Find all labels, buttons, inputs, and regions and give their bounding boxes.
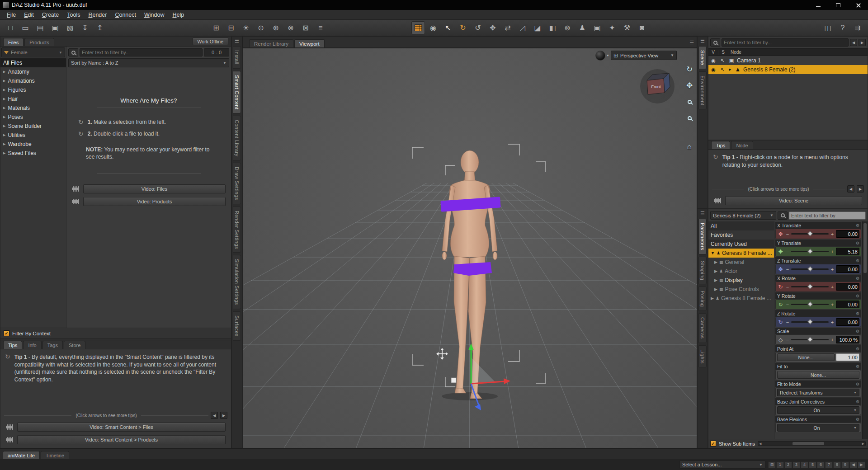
decrement-button[interactable]: − xyxy=(785,284,790,290)
eye-icon[interactable]: ◉ xyxy=(710,67,717,73)
tab-timeline[interactable]: Timeline xyxy=(41,451,69,459)
slider-handle[interactable] xyxy=(807,266,812,271)
expand-icon[interactable]: ▶ xyxy=(711,296,714,301)
open-file-icon[interactable]: ▭ xyxy=(19,21,32,34)
tab-viewport[interactable]: Viewport xyxy=(294,39,325,47)
work-offline-button[interactable]: Work Offline xyxy=(193,38,228,45)
fit-to-none-button[interactable]: None... xyxy=(777,371,859,379)
save-as-icon[interactable]: ▧ xyxy=(63,21,77,34)
pane-menu-icon[interactable]: ☰ xyxy=(689,40,694,46)
video-scene-button[interactable]: Video: Scene xyxy=(725,196,862,205)
slider-track[interactable] xyxy=(791,321,829,323)
new-light-icon[interactable]: ☀ xyxy=(239,21,253,34)
tab-info[interactable]: Info xyxy=(23,341,41,349)
slider-handle[interactable] xyxy=(807,337,812,342)
geometry-editor-tool-icon[interactable]: ◧ xyxy=(546,21,559,34)
scene-filter-input[interactable] xyxy=(722,38,849,47)
group-currently-used[interactable]: Currently Used xyxy=(708,240,774,249)
help-icon[interactable]: ? xyxy=(836,21,849,34)
tab-lights[interactable]: Lights xyxy=(698,345,707,368)
merge-file-icon[interactable]: ▤ xyxy=(33,21,47,34)
smooth-shaded-icon[interactable]: ◉ xyxy=(426,21,440,34)
category-item[interactable]: ▶Poses xyxy=(0,113,66,122)
sort-dropdown[interactable]: Sort by Name : A to Z ▼ xyxy=(68,58,229,67)
figure-pose-tool-icon[interactable]: ♟ xyxy=(576,21,589,34)
minimize-button[interactable] xyxy=(808,0,828,10)
gear-icon[interactable]: ⚙ xyxy=(856,417,859,422)
import-icon[interactable]: ↧ xyxy=(78,21,92,34)
tab-store[interactable]: Store xyxy=(64,341,85,349)
next-button[interactable]: ▶ xyxy=(859,39,866,46)
scene-node-genesis-8-female[interactable]: ◉ ↖ ▶ ♟ Genesis 8 Female (2) xyxy=(708,65,868,74)
category-item[interactable]: ▶Hair xyxy=(0,94,66,103)
slider-track[interactable] xyxy=(791,339,829,340)
show-sub-items-checkbox[interactable] xyxy=(710,441,716,446)
search-button[interactable] xyxy=(778,212,788,220)
render-icon[interactable]: ◙ xyxy=(635,21,649,34)
increment-button[interactable]: + xyxy=(830,284,835,290)
group-favorites[interactable]: Favorites xyxy=(708,230,774,240)
gear-icon[interactable]: ⚙ xyxy=(856,311,859,316)
filter-by-context-checkbox[interactable] xyxy=(4,330,9,336)
category-filter-dropdown[interactable]: Female ▼ xyxy=(1,47,65,57)
tab-content-library[interactable]: Content Library xyxy=(233,116,241,160)
previous-tip-button[interactable]: ◀ xyxy=(847,185,854,193)
video-products-button[interactable]: Video: Products xyxy=(83,197,226,206)
param-value[interactable]: 5.18 xyxy=(836,248,859,255)
scale-slider[interactable]: ◇ − + 100.0 % xyxy=(775,334,861,345)
view-selector-dropdown[interactable]: ⊞ Perspective View ▼ xyxy=(611,51,677,60)
z-rotate-slider[interactable]: ↻ − + 0.00 xyxy=(775,317,861,327)
tab-surfaces[interactable]: Surfaces xyxy=(233,311,241,341)
camera-cube-icon[interactable]: ▣ xyxy=(590,21,604,34)
expand-icon[interactable]: ▶ xyxy=(714,260,717,264)
group-actor[interactable]: ▶♟Actor xyxy=(708,267,774,276)
tab-draw-settings[interactable]: Draw Settings xyxy=(233,163,241,204)
category-item[interactable]: ▶Saved Files xyxy=(0,149,66,158)
decrement-button[interactable]: − xyxy=(785,337,790,343)
chevron-down-icon[interactable]: ▼ xyxy=(606,54,609,57)
group-all[interactable]: All xyxy=(708,221,774,230)
tab-render-library[interactable]: Render Library xyxy=(249,39,293,47)
page-button[interactable]: 6 xyxy=(817,461,825,468)
scroll-left-icon[interactable]: ◀ xyxy=(759,442,761,446)
menu-connect[interactable]: Connect xyxy=(111,11,140,19)
gear-icon[interactable]: ⚙ xyxy=(856,382,859,386)
page-button[interactable]: 2 xyxy=(784,461,792,468)
menu-render[interactable]: Render xyxy=(84,11,111,19)
home-view-icon[interactable]: ⌂ xyxy=(684,141,695,152)
scroll-right-icon[interactable]: ▶ xyxy=(862,442,864,446)
tab-environment[interactable]: Environment xyxy=(698,71,707,109)
category-all-files[interactable]: All Files xyxy=(0,58,66,67)
search-button[interactable] xyxy=(710,38,720,47)
spot-render-icon[interactable]: ✦ xyxy=(605,21,619,34)
page-button[interactable]: 8 xyxy=(833,461,841,468)
render-settings-icon[interactable]: ◫ xyxy=(821,21,835,34)
decrement-button[interactable]: − xyxy=(785,267,790,272)
slider-track[interactable] xyxy=(791,251,829,252)
x-rotate-slider[interactable]: ↻ − + 0.00 xyxy=(775,282,861,292)
new-group-icon[interactable]: ⊟ xyxy=(224,21,238,34)
group-genesis-8-female[interactable]: ▼ ♟ Genesis 8 Female ... xyxy=(708,249,774,258)
slider-handle[interactable] xyxy=(807,319,812,324)
gear-icon[interactable]: ⚙ xyxy=(856,347,859,351)
tab-posing[interactable]: Posing xyxy=(698,287,707,311)
point-at-none-button[interactable]: None... xyxy=(777,353,835,361)
collapse-icon[interactable]: ▼ xyxy=(711,251,715,255)
node-selector-dropdown[interactable]: Genesis 8 Female (2) ▼ xyxy=(710,211,776,220)
z-translate-slider[interactable]: ✥ − + 0.00 xyxy=(775,264,861,274)
video-smart-content-products-button[interactable]: Video: Smart Content > Products xyxy=(17,435,226,444)
tab-tips[interactable]: Tips xyxy=(3,341,22,349)
previous-page-icon[interactable]: ◀ xyxy=(849,461,857,468)
video-smart-content-files-button[interactable]: Video: Smart Content > Files xyxy=(17,423,226,432)
increment-button[interactable]: + xyxy=(830,337,835,343)
expand-icon[interactable]: ▶ xyxy=(714,278,717,282)
group-pose-controls[interactable]: ▶▦Pose Controls xyxy=(708,285,774,294)
vertical-scrollbar[interactable] xyxy=(862,221,868,439)
translate-tool-icon[interactable]: ⇄ xyxy=(501,21,514,34)
tab-render-settings[interactable]: Render Settings xyxy=(233,207,241,253)
tab-scene[interactable]: Scene xyxy=(698,46,707,69)
save-icon[interactable]: ▣ xyxy=(48,21,62,34)
base-flexions-dropdown[interactable]: On ▼ xyxy=(777,424,859,432)
menu-help[interactable]: Help xyxy=(168,11,188,19)
lessons-grid-icon[interactable]: ⊞ xyxy=(768,461,776,468)
